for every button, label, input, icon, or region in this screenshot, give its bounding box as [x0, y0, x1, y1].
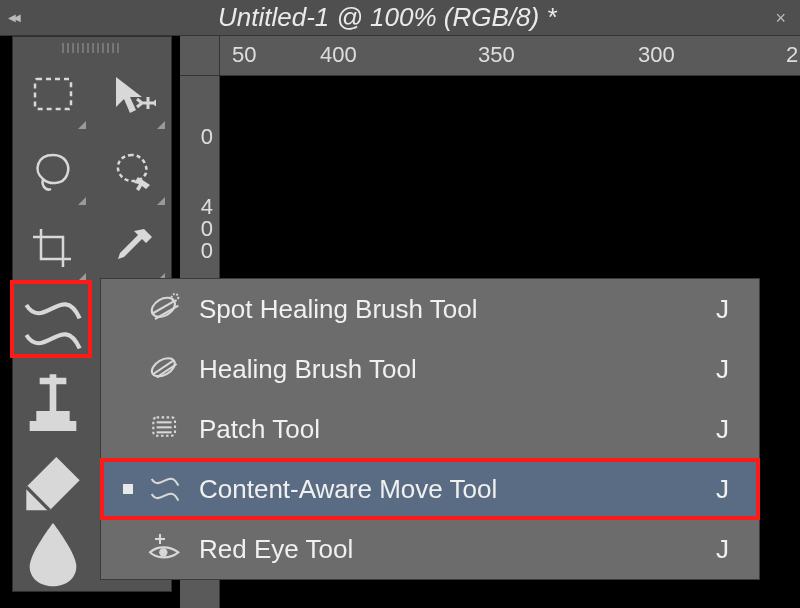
flyout-shortcut: J: [716, 534, 729, 565]
ruler-h-tick: 300: [638, 42, 675, 68]
ruler-h-tick: 400: [320, 42, 357, 68]
flyout-indicator-icon: [78, 273, 86, 281]
ruler-v-tick: 0: [180, 124, 219, 150]
flyout-indicator-icon: [78, 121, 86, 129]
crop-icon: [29, 225, 77, 273]
flyout-shortcut: J: [716, 354, 729, 385]
move-icon: [108, 73, 156, 121]
spot-healing-icon: [141, 289, 189, 329]
flyout-item-red-eye[interactable]: Red Eye Tool J: [101, 519, 759, 579]
flyout-item-content-aware-move[interactable]: Content-Aware Move Tool J: [101, 459, 759, 519]
flyout-item-healing-brush[interactable]: Healing Brush Tool J: [101, 339, 759, 399]
eraser-icon: [13, 437, 93, 517]
ruler-h-tick: 50: [232, 42, 256, 68]
flyout-label: Spot Healing Brush Tool: [199, 294, 716, 325]
marquee-tool[interactable]: [13, 59, 92, 135]
flyout-shortcut: J: [716, 294, 729, 325]
close-tab-button[interactable]: ×: [775, 8, 786, 29]
clone-stamp-icon: [13, 361, 93, 441]
content-aware-move-tool[interactable]: [13, 287, 93, 363]
move-tool[interactable]: [92, 59, 171, 135]
ruler-corner: [180, 36, 220, 76]
red-eye-icon: [141, 529, 189, 569]
flyout-item-patch[interactable]: Patch Tool J: [101, 399, 759, 459]
titlebar: ◀◀ Untitled-1 @ 100% (RGB/8) * ×: [0, 0, 800, 36]
selected-indicator-icon: [123, 484, 133, 494]
ruler-v-tick: 0: [180, 238, 219, 264]
collapse-panels-button[interactable]: ◀◀: [8, 12, 18, 23]
patch-icon: [141, 409, 189, 449]
flyout-shortcut: J: [716, 414, 729, 445]
panel-grip[interactable]: [62, 43, 122, 53]
flyout-label: Healing Brush Tool: [199, 354, 716, 385]
flyout-indicator-icon: [157, 121, 165, 129]
ruler-h-tick: 2: [786, 42, 798, 68]
quick-select-tool[interactable]: [92, 135, 171, 211]
flyout-indicator-icon: [78, 197, 86, 205]
document-title: Untitled-1 @ 100% (RGB/8) *: [218, 2, 557, 33]
marquee-icon: [29, 73, 77, 121]
lasso-tool[interactable]: [13, 135, 92, 211]
flyout-label: Red Eye Tool: [199, 534, 716, 565]
content-aware-move-icon: [141, 469, 189, 509]
blur-icon: [13, 513, 93, 593]
content-aware-move-icon: [13, 285, 93, 365]
horizontal-ruler[interactable]: 50 400 350 300 2: [220, 36, 800, 76]
flyout-label: Content-Aware Move Tool: [199, 474, 716, 505]
flyout-indicator-icon: [157, 197, 165, 205]
flyout-shortcut: J: [716, 474, 729, 505]
flyout-item-spot-healing[interactable]: Spot Healing Brush Tool J: [101, 279, 759, 339]
lasso-icon: [29, 149, 77, 197]
eyedropper-tool[interactable]: [92, 211, 171, 287]
crop-tool[interactable]: [13, 211, 92, 287]
ruler-h-tick: 350: [478, 42, 515, 68]
eyedropper-icon: [108, 225, 156, 273]
quick-select-icon: [108, 149, 156, 197]
healing-tool-flyout: Spot Healing Brush Tool J Healing Brush …: [100, 278, 760, 580]
eraser-tool[interactable]: [13, 439, 93, 515]
healing-brush-icon: [141, 349, 189, 389]
flyout-label: Patch Tool: [199, 414, 716, 445]
blur-tool[interactable]: [13, 515, 93, 591]
clone-stamp-tool[interactable]: [13, 363, 93, 439]
